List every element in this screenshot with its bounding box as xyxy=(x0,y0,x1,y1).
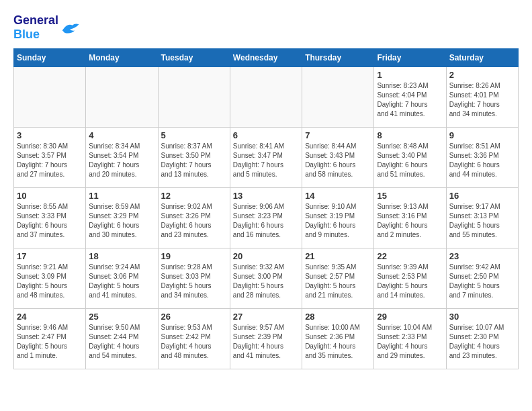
day-info: Sunrise: 8:48 AM Sunset: 3:40 PM Dayligh… xyxy=(377,142,443,179)
calendar-cell: 22Sunrise: 9:39 AM Sunset: 2:53 PM Dayli… xyxy=(374,248,446,309)
day-info: Sunrise: 9:17 AM Sunset: 3:13 PM Dayligh… xyxy=(449,202,515,240)
calendar-cell: 4Sunrise: 8:34 AM Sunset: 3:54 PM Daylig… xyxy=(86,128,158,188)
calendar-cell: 8Sunrise: 8:48 AM Sunset: 3:40 PM Daylig… xyxy=(374,128,446,188)
calendar-table: SundayMondayTuesdayWednesdayThursdayFrid… xyxy=(13,48,519,369)
day-number: 19 xyxy=(161,251,227,261)
calendar-cell: 1Sunrise: 8:23 AM Sunset: 4:04 PM Daylig… xyxy=(374,67,446,128)
day-number: 1 xyxy=(377,70,443,80)
day-info: Sunrise: 8:30 AM Sunset: 3:57 PM Dayligh… xyxy=(17,142,83,179)
calendar-header-row: SundayMondayTuesdayWednesdayThursdayFrid… xyxy=(14,49,519,67)
day-number: 29 xyxy=(377,312,443,322)
calendar-cell: 18Sunrise: 9:24 AM Sunset: 3:06 PM Dayli… xyxy=(86,248,158,309)
day-number: 25 xyxy=(89,312,154,322)
day-number: 10 xyxy=(17,191,83,201)
page-header: General Blue xyxy=(13,13,519,42)
day-info: Sunrise: 9:46 AM Sunset: 2:47 PM Dayligh… xyxy=(17,323,83,361)
calendar-cell: 17Sunrise: 9:21 AM Sunset: 3:09 PM Dayli… xyxy=(14,248,86,309)
day-number: 15 xyxy=(377,191,443,201)
logo-general: General xyxy=(13,13,58,27)
day-info: Sunrise: 8:51 AM Sunset: 3:36 PM Dayligh… xyxy=(449,142,515,179)
day-number: 7 xyxy=(305,130,371,140)
day-number: 6 xyxy=(233,130,299,140)
calendar-cell: 5Sunrise: 8:37 AM Sunset: 3:50 PM Daylig… xyxy=(158,128,230,188)
day-number: 13 xyxy=(233,191,299,201)
day-info: Sunrise: 9:57 AM Sunset: 2:39 PM Dayligh… xyxy=(233,323,299,361)
day-info: Sunrise: 10:04 AM Sunset: 2:33 PM Daylig… xyxy=(377,323,443,361)
calendar-cell xyxy=(14,67,86,128)
calendar-cell xyxy=(86,67,158,128)
day-number: 30 xyxy=(449,312,515,322)
weekday-header-sunday: Sunday xyxy=(14,49,86,67)
weekday-header-saturday: Saturday xyxy=(446,49,518,67)
day-number: 23 xyxy=(449,251,515,261)
day-info: Sunrise: 9:35 AM Sunset: 2:57 PM Dayligh… xyxy=(305,263,371,300)
day-number: 27 xyxy=(233,312,299,322)
day-info: Sunrise: 8:34 AM Sunset: 3:54 PM Dayligh… xyxy=(89,142,154,179)
day-info: Sunrise: 9:13 AM Sunset: 3:16 PM Dayligh… xyxy=(377,202,443,240)
day-number: 9 xyxy=(449,130,515,140)
day-info: Sunrise: 8:37 AM Sunset: 3:50 PM Dayligh… xyxy=(161,142,227,179)
calendar-cell: 29Sunrise: 10:04 AM Sunset: 2:33 PM Dayl… xyxy=(374,309,446,369)
calendar-cell: 20Sunrise: 9:32 AM Sunset: 3:00 PM Dayli… xyxy=(230,248,302,309)
day-info: Sunrise: 10:07 AM Sunset: 2:30 PM Daylig… xyxy=(449,323,515,361)
day-info: Sunrise: 9:24 AM Sunset: 3:06 PM Dayligh… xyxy=(89,263,154,300)
day-number: 14 xyxy=(305,191,371,201)
day-number: 21 xyxy=(305,251,371,261)
day-info: Sunrise: 8:41 AM Sunset: 3:47 PM Dayligh… xyxy=(233,142,299,179)
calendar-week-row: 3Sunrise: 8:30 AM Sunset: 3:57 PM Daylig… xyxy=(14,128,519,188)
calendar-week-row: 10Sunrise: 8:55 AM Sunset: 3:33 PM Dayli… xyxy=(14,188,519,248)
calendar-cell: 28Sunrise: 10:00 AM Sunset: 2:36 PM Dayl… xyxy=(302,309,374,369)
day-number: 12 xyxy=(161,191,227,201)
calendar-cell: 25Sunrise: 9:50 AM Sunset: 2:44 PM Dayli… xyxy=(86,309,158,369)
day-number: 16 xyxy=(449,191,515,201)
calendar-week-row: 17Sunrise: 9:21 AM Sunset: 3:09 PM Dayli… xyxy=(14,248,519,309)
day-number: 11 xyxy=(89,191,154,201)
logo-bird-icon xyxy=(60,19,80,36)
weekday-header-tuesday: Tuesday xyxy=(158,49,230,67)
day-info: Sunrise: 9:02 AM Sunset: 3:26 PM Dayligh… xyxy=(161,202,227,240)
day-number: 24 xyxy=(17,312,83,322)
calendar-week-row: 1Sunrise: 8:23 AM Sunset: 4:04 PM Daylig… xyxy=(14,67,519,128)
day-info: Sunrise: 8:26 AM Sunset: 4:01 PM Dayligh… xyxy=(449,81,515,119)
calendar-cell: 15Sunrise: 9:13 AM Sunset: 3:16 PM Dayli… xyxy=(374,188,446,248)
calendar-cell: 26Sunrise: 9:53 AM Sunset: 2:42 PM Dayli… xyxy=(158,309,230,369)
day-number: 18 xyxy=(89,251,154,261)
calendar-cell: 19Sunrise: 9:28 AM Sunset: 3:03 PM Dayli… xyxy=(158,248,230,309)
calendar-week-row: 24Sunrise: 9:46 AM Sunset: 2:47 PM Dayli… xyxy=(14,309,519,369)
calendar-cell: 9Sunrise: 8:51 AM Sunset: 3:36 PM Daylig… xyxy=(446,128,518,188)
calendar-cell xyxy=(230,67,302,128)
calendar-cell: 13Sunrise: 9:06 AM Sunset: 3:23 PM Dayli… xyxy=(230,188,302,248)
day-number: 3 xyxy=(17,130,83,140)
logo-blue: Blue xyxy=(13,28,40,41)
day-info: Sunrise: 9:32 AM Sunset: 3:00 PM Dayligh… xyxy=(233,263,299,300)
logo: General Blue xyxy=(13,13,80,42)
day-info: Sunrise: 8:23 AM Sunset: 4:04 PM Dayligh… xyxy=(377,81,443,119)
calendar-cell: 12Sunrise: 9:02 AM Sunset: 3:26 PM Dayli… xyxy=(158,188,230,248)
day-info: Sunrise: 9:21 AM Sunset: 3:09 PM Dayligh… xyxy=(17,263,83,300)
calendar-cell: 27Sunrise: 9:57 AM Sunset: 2:39 PM Dayli… xyxy=(230,309,302,369)
day-number: 22 xyxy=(377,251,443,261)
day-number: 26 xyxy=(161,312,227,322)
day-info: Sunrise: 8:55 AM Sunset: 3:33 PM Dayligh… xyxy=(17,202,83,240)
calendar-cell: 10Sunrise: 8:55 AM Sunset: 3:33 PM Dayli… xyxy=(14,188,86,248)
weekday-header-friday: Friday xyxy=(374,49,446,67)
calendar-cell xyxy=(302,67,374,128)
calendar-cell: 21Sunrise: 9:35 AM Sunset: 2:57 PM Dayli… xyxy=(302,248,374,309)
calendar-cell: 6Sunrise: 8:41 AM Sunset: 3:47 PM Daylig… xyxy=(230,128,302,188)
day-info: Sunrise: 9:06 AM Sunset: 3:23 PM Dayligh… xyxy=(233,202,299,240)
calendar-cell: 2Sunrise: 8:26 AM Sunset: 4:01 PM Daylig… xyxy=(446,67,518,128)
day-info: Sunrise: 9:10 AM Sunset: 3:19 PM Dayligh… xyxy=(305,202,371,240)
calendar-cell: 16Sunrise: 9:17 AM Sunset: 3:13 PM Dayli… xyxy=(446,188,518,248)
day-info: Sunrise: 8:59 AM Sunset: 3:29 PM Dayligh… xyxy=(89,202,154,240)
day-info: Sunrise: 9:50 AM Sunset: 2:44 PM Dayligh… xyxy=(89,323,154,361)
weekday-header-monday: Monday xyxy=(86,49,158,67)
day-info: Sunrise: 9:39 AM Sunset: 2:53 PM Dayligh… xyxy=(377,263,443,300)
calendar-cell: 30Sunrise: 10:07 AM Sunset: 2:30 PM Dayl… xyxy=(446,309,518,369)
day-number: 28 xyxy=(305,312,371,322)
weekday-header-thursday: Thursday xyxy=(302,49,374,67)
day-info: Sunrise: 8:44 AM Sunset: 3:43 PM Dayligh… xyxy=(305,142,371,179)
calendar-cell: 3Sunrise: 8:30 AM Sunset: 3:57 PM Daylig… xyxy=(14,128,86,188)
day-number: 2 xyxy=(449,70,515,80)
calendar-cell: 23Sunrise: 9:42 AM Sunset: 2:50 PM Dayli… xyxy=(446,248,518,309)
calendar-cell: 7Sunrise: 8:44 AM Sunset: 3:43 PM Daylig… xyxy=(302,128,374,188)
